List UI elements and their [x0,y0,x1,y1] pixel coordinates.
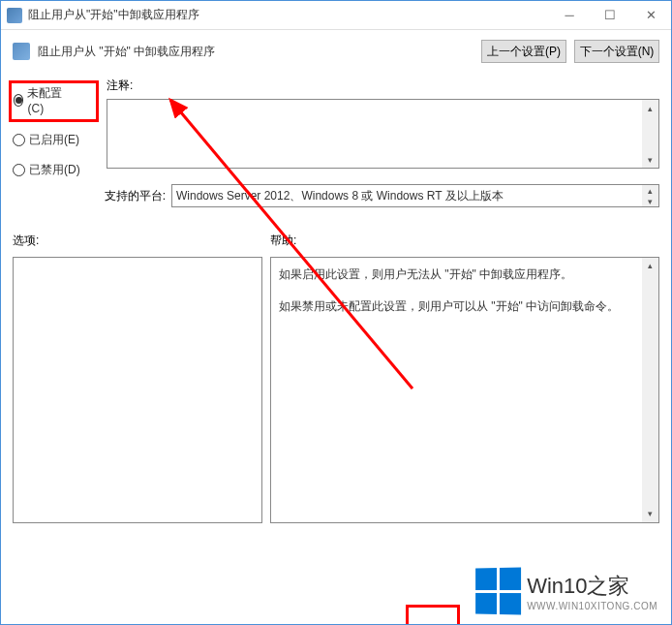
scroll-up-icon[interactable]: ▴ [642,100,658,116]
header-row: 阻止用户从 "开始" 中卸载应用程序 上一个设置(P) 下一个设置(N) [13,40,659,63]
highlight-box: 未配置(C) [9,80,99,122]
scrollbar[interactable]: ▴ ▾ [642,258,658,522]
platform-row: 支持的平台: Windows Server 2012、Windows 8 或 W… [13,184,659,207]
watermark: Win10之家 WWW.WIN10XITONG.COM [474,568,657,614]
scroll-up-icon[interactable]: ▴ [642,185,658,196]
scroll-down-icon[interactable]: ▾ [642,151,658,168]
policy-icon [13,43,30,60]
scroll-down-icon[interactable]: ▾ [642,506,658,522]
previous-setting-button[interactable]: 上一个设置(P) [481,40,566,63]
platform-value: Windows Server 2012、Windows 8 或 Windows … [176,188,504,204]
windows-logo-icon [475,567,521,614]
comment-textbox[interactable]: ▴ ▾ [107,99,659,169]
radio-label: 已启用(E) [29,132,79,148]
platform-label: 支持的平台: [13,188,168,204]
config-row: 未配置(C) 已启用(E) 已禁用(D) 注释: ▴ ▾ [13,80,659,178]
scroll-down-icon[interactable]: ▾ [642,196,658,206]
scrollbar[interactable]: ▴ ▾ [642,100,658,168]
next-setting-button[interactable]: 下一个设置(N) [574,40,659,63]
options-label: 选项: [13,233,262,249]
policy-description: 阻止用户从 "开始" 中卸载应用程序 [38,44,473,60]
window-controls: ─ ☐ ✕ [549,2,671,29]
comment-area: 注释: ▴ ▾ [107,80,659,169]
platform-textbox: Windows Server 2012、Windows 8 或 Windows … [171,184,659,207]
titlebar: 阻止用户从"开始"中卸载应用程序 ─ ☐ ✕ [1,1,671,30]
app-icon [7,8,22,23]
radio-label: 已禁用(D) [29,162,80,178]
content-area: 阻止用户从 "开始" 中卸载应用程序 上一个设置(P) 下一个设置(N) 未配置… [1,30,671,533]
maximize-button[interactable]: ☐ [590,2,630,29]
watermark-text: Win10之家 WWW.WIN10XITONG.COM [527,572,657,611]
comment-label: 注释: [107,78,659,94]
radio-not-configured[interactable]: 未配置(C) [14,85,67,115]
radio-dot-icon [14,94,23,107]
panels-row: 如果启用此设置，则用户无法从 "开始" 中卸载应用程序。 如果禁用或未配置此设置… [13,257,659,523]
radio-circle-icon [13,164,25,176]
radio-label: 未配置(C) [27,85,67,115]
help-paragraph: 如果启用此设置，则用户无法从 "开始" 中卸载应用程序。 [279,266,637,284]
window-title: 阻止用户从"开始"中卸载应用程序 [28,7,549,23]
scrollbar[interactable]: ▴ ▾ [642,185,658,206]
help-panel: 如果启用此设置，则用户无法从 "开始" 中卸载应用程序。 如果禁用或未配置此设置… [270,257,659,523]
options-panel [13,257,262,523]
help-paragraph: 如果禁用或未配置此设置，则用户可以从 "开始" 中访问卸载命令。 [279,297,637,316]
radio-disabled[interactable]: 已禁用(D) [13,162,95,178]
watermark-title: Win10之家 [527,572,657,601]
close-button[interactable]: ✕ [630,2,671,29]
help-label: 帮助: [270,233,296,249]
radio-enabled[interactable]: 已启用(E) [13,132,95,148]
radio-group: 未配置(C) 已启用(E) 已禁用(D) [13,80,95,178]
scroll-up-icon[interactable]: ▴ [642,258,658,274]
bottom-highlight-box [406,605,460,624]
radio-circle-icon [13,134,25,146]
minimize-button[interactable]: ─ [549,2,590,29]
section-labels: 选项: 帮助: [13,233,659,249]
watermark-url: WWW.WIN10XITONG.COM [527,601,657,611]
